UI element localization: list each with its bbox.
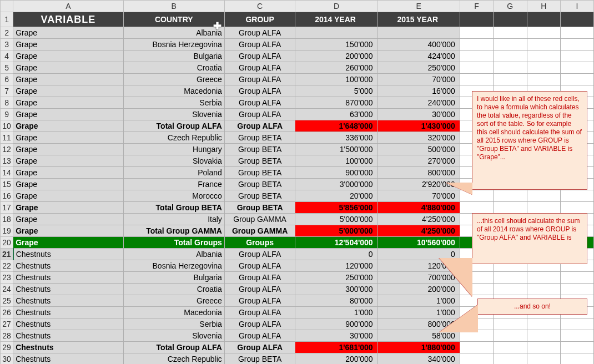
cell-D8[interactable]: 870'000 xyxy=(295,97,377,109)
cell-D3[interactable]: 150'000 xyxy=(295,39,377,50)
cell-B9[interactable]: Slovenia xyxy=(123,109,224,120)
cell-A1[interactable]: VARIABLE xyxy=(13,12,123,27)
row-header[interactable]: 14 xyxy=(1,167,13,179)
row-header[interactable]: 8 xyxy=(1,97,13,109)
cell-D9[interactable]: 63'000 xyxy=(295,109,377,120)
cell-A4[interactable]: Grape xyxy=(13,50,123,62)
cell-F5[interactable] xyxy=(460,62,493,74)
cell-C12[interactable]: Group BETA xyxy=(224,144,295,155)
col-header-E[interactable]: E xyxy=(377,1,460,12)
cell-A7[interactable]: Grape xyxy=(13,85,123,97)
cell-D26[interactable]: 1'000 xyxy=(295,307,377,318)
cell-A21[interactable]: Chestnuts xyxy=(13,249,123,260)
cell-B13[interactable]: Slovakia xyxy=(123,155,224,167)
cell-F17[interactable] xyxy=(460,202,493,214)
cell-H5[interactable] xyxy=(527,62,560,74)
cell-B25[interactable]: Greece xyxy=(123,295,224,307)
row-header[interactable]: 5 xyxy=(1,62,13,74)
cell-B17[interactable]: Total Group BETA xyxy=(123,202,224,214)
cell-B24[interactable]: Croatia xyxy=(123,284,224,295)
cell-D20[interactable]: 12'504'000 xyxy=(295,237,377,249)
cell-C29[interactable]: Group ALFA xyxy=(224,342,295,353)
cell-B8[interactable]: Serbia xyxy=(123,97,224,109)
cell-G28[interactable] xyxy=(494,330,527,342)
cell-C16[interactable]: Group BETA xyxy=(224,190,295,202)
cell-A5[interactable]: Grape xyxy=(13,62,123,74)
row-header[interactable]: 2 xyxy=(1,27,13,39)
cell-D5[interactable]: 260'000 xyxy=(295,62,377,74)
cell-B23[interactable]: Bulgaria xyxy=(123,272,224,284)
cell-D29[interactable]: 1'681'000 xyxy=(295,342,377,353)
cell-D13[interactable]: 100'000 xyxy=(295,155,377,167)
col-header-H[interactable]: H xyxy=(527,1,560,12)
cell-D24[interactable]: 300'000 xyxy=(295,284,377,295)
cell-C5[interactable]: Group ALFA xyxy=(224,62,295,74)
cell-F2[interactable] xyxy=(460,27,493,39)
row-header[interactable]: 10 xyxy=(1,120,13,132)
cell-A26[interactable]: Chestnuts xyxy=(13,307,123,318)
comment-callout-2[interactable]: ...this cell should calculate the sum of… xyxy=(472,213,587,264)
cell-D15[interactable]: 3'000'000 xyxy=(295,179,377,190)
cell-D27[interactable]: 900'000 xyxy=(295,318,377,330)
cell-C8[interactable]: Group ALFA xyxy=(224,97,295,109)
row-header[interactable]: 17 xyxy=(1,202,13,214)
cell-C23[interactable]: Group ALFA xyxy=(224,272,295,284)
cell-A11[interactable]: Grape xyxy=(13,132,123,144)
cell-B3[interactable]: Bosnia Herzegovina xyxy=(123,39,224,50)
cell-A15[interactable]: Grape xyxy=(13,179,123,190)
row-header[interactable]: 13 xyxy=(1,155,13,167)
cell-E20[interactable]: 10'560'000 xyxy=(377,237,460,249)
row-header[interactable]: 24 xyxy=(1,284,13,295)
cell-F6[interactable] xyxy=(460,74,493,85)
row-header[interactable]: 9 xyxy=(1,109,13,120)
cell-C25[interactable]: Group ALFA xyxy=(224,295,295,307)
cell-H27[interactable] xyxy=(527,318,560,330)
cell-A20[interactable]: Grape xyxy=(13,237,123,249)
cell-I1[interactable] xyxy=(560,12,593,27)
row-header[interactable]: 18 xyxy=(1,214,13,225)
cell-C15[interactable]: Group BETA xyxy=(224,179,295,190)
cell-E7[interactable]: 16'000 xyxy=(377,85,460,97)
cell-A9[interactable]: Grape xyxy=(13,109,123,120)
cell-A28[interactable]: Chestnuts xyxy=(13,330,123,342)
cell-D16[interactable]: 20'000 xyxy=(295,190,377,202)
cell-H3[interactable] xyxy=(527,39,560,50)
cell-I2[interactable] xyxy=(560,27,593,39)
cell-D21[interactable]: 0 xyxy=(295,249,377,260)
cell-E3[interactable]: 400'000 xyxy=(377,39,460,50)
cell-C21[interactable]: Group ALFA xyxy=(224,249,295,260)
cell-E4[interactable]: 424'000 xyxy=(377,50,460,62)
cell-E2[interactable] xyxy=(377,27,460,39)
cell-B18[interactable]: Italy xyxy=(123,214,224,225)
cell-C14[interactable]: Group BETA xyxy=(224,167,295,179)
cell-G16[interactable] xyxy=(494,190,527,202)
cell-C27[interactable]: Group ALFA xyxy=(224,318,295,330)
cell-C20[interactable]: Groups xyxy=(224,237,295,249)
row-header[interactable]: 26 xyxy=(1,307,13,318)
cell-D1[interactable]: 2014 YEAR xyxy=(295,12,377,27)
cell-C9[interactable]: Group ALFA xyxy=(224,109,295,120)
cell-I24[interactable] xyxy=(560,284,593,295)
comment-callout-3[interactable]: ...and so on! xyxy=(477,299,587,315)
cell-G30[interactable] xyxy=(494,353,527,365)
cell-D10[interactable]: 1'648'000 xyxy=(295,120,377,132)
cell-A23[interactable]: Chestnuts xyxy=(13,272,123,284)
cell-G24[interactable] xyxy=(494,284,527,295)
cell-I27[interactable] xyxy=(560,318,593,330)
cell-A22[interactable]: Chestnuts xyxy=(13,260,123,272)
cell-F1[interactable] xyxy=(460,12,493,27)
row-header[interactable]: 16 xyxy=(1,190,13,202)
cell-C28[interactable]: Group ALFA xyxy=(224,330,295,342)
cell-D14[interactable]: 900'000 xyxy=(295,167,377,179)
col-header-G[interactable]: G xyxy=(494,1,527,12)
cell-I17[interactable] xyxy=(560,202,593,214)
cell-E10[interactable]: 1'430'000 xyxy=(377,120,460,132)
cell-B20[interactable]: Total Groups xyxy=(123,237,224,249)
cell-B28[interactable]: Slovenia xyxy=(123,330,224,342)
col-header-B[interactable]: B xyxy=(123,1,224,12)
cell-H17[interactable] xyxy=(527,202,560,214)
cell-I3[interactable] xyxy=(560,39,593,50)
cell-B29[interactable]: Total Group ALFA xyxy=(123,342,224,353)
cell-I23[interactable] xyxy=(560,272,593,284)
col-header-F[interactable]: F xyxy=(460,1,493,12)
